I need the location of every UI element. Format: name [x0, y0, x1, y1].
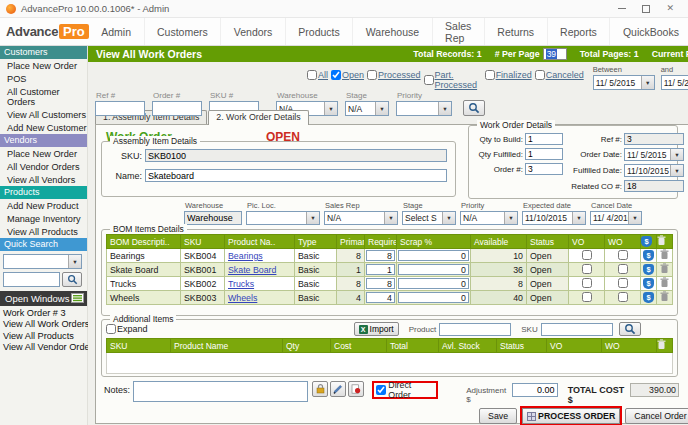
order-filter-input[interactable]	[152, 101, 202, 116]
sku-search-input[interactable]	[541, 323, 613, 336]
open-window-view-all-products[interactable]: View All Products	[0, 329, 87, 341]
stage-filter-select[interactable]: N/A▼	[345, 101, 389, 116]
sidebar-item-view-all-products[interactable]: View All Products	[0, 225, 87, 238]
vo-checkbox[interactable]	[582, 278, 592, 288]
priority-filter-select[interactable]: ▼	[396, 101, 452, 116]
priority-select[interactable]: N/A▼	[460, 211, 518, 225]
import-button[interactable]: XImport	[354, 322, 399, 336]
expand-label[interactable]: Expand	[117, 324, 148, 334]
minimize-button[interactable]	[618, 8, 626, 9]
filter-processed-label[interactable]: Processed	[378, 70, 421, 80]
order-number-field[interactable]	[525, 163, 563, 175]
notes-textarea[interactable]	[133, 381, 308, 402]
required-input[interactable]: 1	[366, 264, 395, 275]
sidebar-item-manage-inventory[interactable]: Manage Inventory	[0, 212, 87, 225]
tab-work-order-details[interactable]: 2. Work Order Details	[208, 110, 308, 125]
scrap-input[interactable]: 0	[398, 292, 469, 303]
filter-part-processed-checkbox[interactable]	[424, 75, 434, 85]
clear-notes-button[interactable]	[348, 381, 364, 397]
quick-search-input[interactable]	[3, 272, 60, 287]
sidebar-item-view-all-vendors[interactable]: View All Vendors	[0, 173, 87, 186]
sidebar-item-add-new-customer[interactable]: Add New Customer	[0, 121, 87, 134]
filter-all-checkbox[interactable]	[307, 70, 317, 80]
fulfilled-date-select[interactable]: 11/10/2015▼	[624, 164, 684, 177]
menu-quickbooks[interactable]: QuickBooks	[610, 18, 688, 45]
ref-filter-input[interactable]	[95, 101, 145, 116]
product-link[interactable]: Wheels	[228, 293, 257, 303]
maximize-button[interactable]	[642, 5, 650, 13]
product-link[interactable]: Trucks	[228, 279, 254, 289]
menu-customers[interactable]: Customers	[145, 18, 222, 45]
product-search-input[interactable]	[439, 323, 511, 336]
scrap-input[interactable]: 0	[398, 264, 469, 275]
sidebar-item-all-vendor-orders[interactable]: All Vendor Orders	[0, 160, 87, 173]
direct-order-label[interactable]: Direct Order	[388, 380, 432, 400]
sidebar-item-vendor-place-new-order[interactable]: Place New Order	[0, 147, 87, 160]
process-order-button[interactable]: PROCESS ORDER	[522, 408, 620, 424]
order-date-select[interactable]: 11/ 5/2015▼	[624, 148, 684, 161]
filter-finalized-checkbox[interactable]	[485, 70, 495, 80]
open-window-view-all-vendor-orders[interactable]: View All Vendor Orders	[0, 341, 87, 353]
quick-search-button[interactable]	[62, 272, 82, 287]
product-link[interactable]: Bearings	[228, 251, 263, 261]
expected-date-select[interactable]: 11/10/2015▼	[522, 211, 586, 225]
cancel-date-select[interactable]: 11/ 4/2016▼	[590, 211, 642, 225]
filter-open-label[interactable]: Open	[342, 70, 364, 80]
close-window-button[interactable]: ✕	[666, 4, 674, 13]
menu-reports[interactable]: Reports	[548, 18, 611, 45]
required-input[interactable]: 8	[366, 278, 395, 289]
sales-rep-select[interactable]: N/A▼	[324, 211, 398, 225]
wo-checkbox[interactable]	[618, 278, 628, 288]
filter-part-processed-label[interactable]: Part. Processed	[435, 70, 482, 90]
save-button[interactable]: Save	[479, 408, 517, 424]
filter-canceled-checkbox[interactable]	[535, 70, 545, 80]
open-window-view-all-work-orders[interactable]: View All Work Orders	[0, 318, 87, 330]
assembly-name-field[interactable]	[145, 169, 447, 182]
menu-returns[interactable]: Returns	[485, 18, 548, 45]
vendor-cost-icon[interactable]: $	[643, 292, 654, 303]
wo-checkbox[interactable]	[618, 250, 628, 260]
menu-vendors[interactable]: Vendors	[221, 18, 286, 45]
menu-sales-rep[interactable]: Sales Rep	[433, 18, 485, 45]
scrap-input[interactable]: 0	[398, 278, 469, 289]
filter-all-label[interactable]: All	[318, 70, 328, 80]
filter-processed-checkbox[interactable]	[367, 70, 377, 80]
sidebar-item-all-customer-orders[interactable]: All Customer Orders	[0, 85, 87, 108]
assembly-sku-field[interactable]	[145, 149, 447, 162]
vendor-cost-icon[interactable]: $	[643, 278, 654, 289]
wo-checkbox[interactable]	[618, 264, 628, 274]
direct-order-checkbox[interactable]	[376, 385, 386, 395]
window-list-icon[interactable]	[71, 293, 84, 305]
delete-row-icon[interactable]	[660, 263, 669, 274]
lock-notes-button[interactable]	[312, 381, 328, 397]
sidebar-item-add-new-product[interactable]: Add New Product	[0, 199, 87, 212]
filter-open-checkbox[interactable]	[331, 70, 341, 80]
quick-search-select[interactable]: ▼	[3, 254, 82, 269]
vendor-cost-icon[interactable]: $	[643, 250, 654, 261]
filter-search-button[interactable]	[463, 100, 485, 116]
edit-notes-button[interactable]	[330, 381, 346, 397]
wo-checkbox[interactable]	[618, 292, 628, 302]
delete-row-icon[interactable]	[660, 291, 669, 302]
qty-fulfilled-field[interactable]	[525, 148, 563, 160]
vo-checkbox[interactable]	[582, 264, 592, 274]
vo-checkbox[interactable]	[582, 250, 592, 260]
delete-row-icon[interactable]	[660, 249, 669, 260]
qty-to-build-field[interactable]	[525, 133, 563, 145]
pic-loc-select[interactable]: ▼	[246, 211, 320, 225]
expand-checkbox[interactable]	[106, 324, 116, 334]
menu-admin[interactable]: Admin	[89, 18, 145, 45]
required-input[interactable]: 4	[366, 292, 395, 303]
vendor-cost-icon[interactable]: $	[643, 264, 654, 275]
stage-select[interactable]: Select S▼	[402, 211, 456, 225]
menu-warehouse[interactable]: Warehouse	[353, 18, 432, 45]
date-from-select[interactable]: 11/ 5/2015▼	[593, 75, 655, 90]
delete-row-icon[interactable]	[660, 277, 669, 288]
sidebar-item-pos[interactable]: POS	[0, 72, 87, 85]
per-page-input[interactable]: 39	[543, 48, 567, 60]
open-window-work-order-3[interactable]: Work Order # 3	[0, 306, 87, 318]
filter-canceled-label[interactable]: Canceled	[546, 70, 584, 80]
menu-products[interactable]: Products	[286, 18, 353, 45]
product-link[interactable]: Skate Board	[228, 265, 276, 275]
scrap-input[interactable]: 0	[398, 250, 469, 261]
